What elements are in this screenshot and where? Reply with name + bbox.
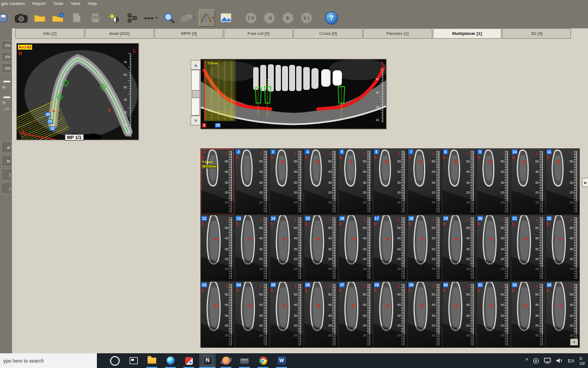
menu-item[interactable]: Report — [33, 1, 46, 6]
menu-item[interactable]: Tools — [53, 1, 64, 6]
grid-page-button[interactable]: ▼ — [570, 339, 578, 346]
cross-section-cell[interactable]: 1 b l 5040302010 T:1mm B:0.5mm — [201, 149, 234, 214]
word-button[interactable]: W — [273, 353, 290, 368]
tab-multiplanar-1-[interactable]: Multiplanar [1] — [433, 28, 502, 39]
scroll-track[interactable] — [191, 70, 200, 116]
sidebar-zoom-button[interactable]: 0% — [1, 40, 12, 50]
help-button[interactable]: ? — [324, 10, 339, 26]
scroll-down-button[interactable]: ▼ — [191, 116, 201, 125]
sidebar-tool-button[interactable]: br — [1, 155, 12, 167]
cross-section-cell[interactable]: 13 b l 5040302010 — [235, 215, 268, 281]
next-strip-button[interactable]: ▶ — [582, 178, 588, 187]
taskbar-search-input[interactable] — [0, 353, 97, 368]
cross-section-cell[interactable]: 3 b l 5040302010 — [270, 149, 303, 214]
cross-section-cell[interactable]: 22 b l 5040302010 — [546, 215, 579, 281]
cross-section-cell[interactable]: 7 b l 5040302010 — [408, 149, 441, 214]
cross-section-cell[interactable]: 29 b l 5040302010 — [408, 282, 441, 347]
sidebar-tool-button[interactable]: ) — [1, 182, 12, 194]
cross-section-cell[interactable]: 26 b l 5040302010 — [304, 282, 338, 347]
sidebar-slider[interactable] — [3, 96, 10, 98]
task-view-button[interactable] — [125, 353, 142, 368]
camera-button[interactable] — [14, 10, 29, 26]
import-folder-button[interactable] — [51, 10, 66, 26]
language-indicator[interactable]: EΛ — [568, 358, 574, 364]
nav-previous-button[interactable] — [262, 10, 277, 26]
n-app-button[interactable]: N — [199, 353, 216, 368]
scroll-up-button[interactable]: ▲ — [191, 60, 201, 70]
cross-section-cell[interactable]: 19 b l 5040302010 — [443, 215, 476, 281]
imaging-app-icon — [185, 357, 193, 365]
tab-cross-0-[interactable]: Cross [0] — [293, 28, 363, 39]
cross-section-cell[interactable]: 11 b l 5040302010 — [546, 149, 579, 214]
panorex-view-panel[interactable]: 40302010 T:1mm L 1 20 — [200, 59, 387, 129]
tab-axial-402-[interactable]: Axial [402] — [85, 28, 154, 39]
print-button[interactable] — [88, 10, 103, 26]
menu-item[interactable]: Help — [88, 1, 97, 6]
cross-section-cell[interactable]: 24 b l 5040302010 — [235, 282, 268, 347]
tab-info-2-[interactable]: Info [2] — [15, 28, 84, 39]
scroll-thumb[interactable] — [192, 90, 200, 98]
open-folder-button[interactable] — [32, 10, 47, 26]
chrome-button[interactable] — [255, 353, 271, 368]
network-display-icon[interactable] — [544, 358, 551, 364]
file-explorer-icon — [148, 358, 156, 364]
cross-section-cell[interactable]: 4 b l 5040302010 — [304, 149, 338, 214]
cross-section-cell[interactable]: 20 b l 5040302010 — [477, 215, 510, 281]
image-button[interactable] — [218, 10, 234, 26]
scanner-app-button[interactable] — [236, 353, 253, 368]
cross-section-cell[interactable]: 8 b l 5040302010 — [443, 149, 476, 214]
update-shield-icon[interactable] — [533, 358, 539, 364]
share-button[interactable] — [125, 10, 140, 26]
panorex-curve-button[interactable]: ▾ — [199, 9, 215, 27]
tab-panorex-1-[interactable]: Panorex [1] — [363, 28, 432, 39]
cross-section-cell[interactable]: 2 b l 5040302010 — [235, 149, 268, 214]
menu-item[interactable]: View — [71, 1, 80, 6]
cross-section-cell[interactable]: 27 b l 5040302010 — [339, 282, 372, 347]
cross-section-cell[interactable]: 28 b l 5040302010 — [373, 282, 407, 347]
cross-section-cell[interactable]: 16 b l 5040302010 — [339, 215, 372, 281]
cross-section-cell[interactable]: 5 b l 5040302010 — [339, 149, 372, 214]
cross-section-cell[interactable]: 12 b l 5040302010 — [201, 215, 234, 281]
cross-section-cell[interactable]: 31 b l 5040302010 — [477, 282, 510, 347]
speaker-icon[interactable] — [556, 358, 563, 364]
nav-first-button[interactable] — [243, 10, 259, 26]
sidebar-slider[interactable] — [3, 81, 10, 82]
menu-item[interactable]: ges creation — [1, 1, 25, 6]
cross-section-cell[interactable]: 33 b l 5040302010 — [546, 282, 579, 347]
zoom-button[interactable] — [162, 10, 177, 26]
sidebar-tool-button[interactable]: ar — [1, 141, 12, 153]
cross-section-cell[interactable]: 6 b l 5040302010 — [373, 149, 407, 214]
tab-mpr-3-[interactable]: MPR [3] — [155, 28, 224, 39]
planet-app-button[interactable] — [218, 353, 234, 368]
cross-section-cell[interactable]: 15 b l 5040302010 — [304, 215, 338, 281]
cortana-button[interactable] — [107, 353, 123, 368]
axial-view-panel[interactable]: 706050403020 Ax245 R L 30 20 10 1 — [16, 43, 139, 140]
cross-section-cell[interactable]: 17 b l 5040302010 — [373, 215, 407, 281]
cross-section-cell[interactable]: 30 b l 5040302010 — [443, 282, 476, 347]
sidebar-zoom-button[interactable]: 2% — [1, 52, 12, 62]
file-explorer-button[interactable] — [144, 353, 160, 368]
save-button[interactable] — [0, 10, 10, 26]
taskbar-clock[interactable]: 3: 10/ — [579, 356, 588, 366]
cross-section-cell[interactable]: 10 b l 5040302010 — [511, 149, 544, 214]
nav-last-button[interactable] — [299, 10, 314, 26]
cross-section-cell[interactable]: 23 b l 5040302010 — [201, 282, 234, 347]
nav-next-button[interactable] — [280, 10, 296, 26]
tab-3d-4-[interactable]: 3D [4] — [502, 28, 571, 39]
imaging-app-button[interactable] — [181, 353, 197, 368]
sidebar-tool-button[interactable]: ) — [1, 168, 12, 180]
measure-lines-button[interactable]: ▾ — [143, 10, 158, 26]
tab-free-cut-0-[interactable]: Free cut [0] — [224, 28, 293, 39]
tray-chevron-icon[interactable]: ^ — [525, 358, 528, 364]
cross-section-cell[interactable]: 21 b l 5040302010 — [511, 215, 544, 281]
cross-section-cell[interactable]: 32 b l 5040302010 — [511, 282, 544, 347]
cross-section-cell[interactable]: 18 b l 5040302010 — [408, 215, 441, 281]
edge-button[interactable] — [162, 353, 179, 368]
brightness-contrast-button[interactable] — [106, 10, 121, 26]
cross-section-cell[interactable]: 14 b l 5040302010 — [270, 215, 303, 281]
document-button[interactable] — [69, 10, 84, 26]
sidebar-zoom-button[interactable]: 0% — [1, 63, 12, 73]
cross-section-cell[interactable]: 25 b l 5040302010 — [270, 282, 303, 347]
layers-button[interactable]: ▾ — [180, 10, 195, 26]
cross-section-cell[interactable]: 9 b l 5040302010 — [477, 149, 510, 214]
